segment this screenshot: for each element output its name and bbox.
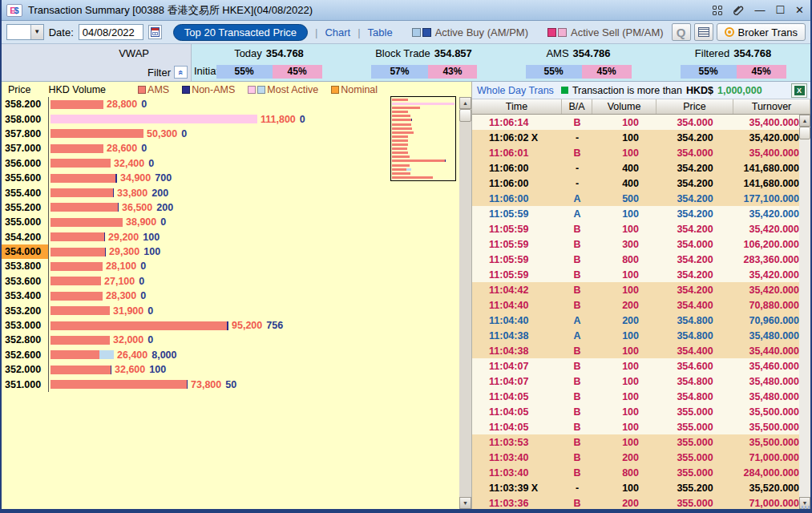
column-header-price[interactable]: Price bbox=[656, 99, 733, 114]
scrollbar-thumb[interactable] bbox=[459, 109, 471, 122]
trade-row[interactable]: 11:04:05B100355.00035,500.000 bbox=[472, 404, 810, 419]
price-row[interactable]: 354.20029,200100 bbox=[2, 230, 459, 244]
trade-volume: 100 bbox=[592, 361, 656, 372]
volume-bar bbox=[50, 159, 111, 168]
scroll-up-icon[interactable]: ▲ bbox=[799, 115, 810, 127]
price-row[interactable]: 355.20036,500200 bbox=[2, 200, 459, 215]
column-header-volume[interactable]: Volume bbox=[592, 99, 656, 114]
trade-row[interactable]: 11:05:59B800354.200283,360.000 bbox=[472, 252, 810, 267]
calendar-icon[interactable] bbox=[148, 25, 162, 39]
trade-ba: B bbox=[562, 467, 592, 479]
trade-row[interactable]: 11:04:07B100354.60035,460.000 bbox=[472, 358, 810, 374]
price-row[interactable]: 353.20031,9000 bbox=[2, 303, 459, 317]
resize-grip[interactable] bbox=[802, 506, 810, 509]
detail-view-button[interactable] bbox=[694, 23, 713, 41]
chart-scrollbar[interactable]: ▲ ▼ bbox=[459, 82, 471, 509]
trade-row[interactable]: 11:03:40B200355.00071,000.000 bbox=[472, 450, 810, 465]
trade-row[interactable]: 11:06:00A500354.200177,100.000 bbox=[472, 191, 810, 206]
extra-volume-label: 0 bbox=[140, 261, 146, 272]
trade-row[interactable]: 11:06:02 X-100354.20035,420.000 bbox=[472, 130, 810, 145]
volume-label: 32,400 bbox=[114, 158, 144, 169]
price-row[interactable]: 353.00095,200756 bbox=[2, 318, 459, 333]
trade-ba: B bbox=[562, 300, 592, 311]
price-row[interactable]: 352.80032,0000 bbox=[2, 333, 459, 347]
scrollbar-thumb[interactable] bbox=[799, 127, 810, 139]
trade-row[interactable]: 11:05:59B300354.000106,200.000 bbox=[472, 236, 810, 252]
trade-row[interactable]: 11:06:01B100354.00035,400.000 bbox=[472, 145, 810, 160]
whole-day-trans-link[interactable]: Whole Day Trans bbox=[477, 85, 554, 96]
close-button[interactable]: ✕ bbox=[795, 5, 804, 15]
mini-bar bbox=[392, 131, 454, 134]
top20-button[interactable]: Top 20 Transacted Price bbox=[173, 24, 308, 41]
trade-ba: B bbox=[562, 254, 592, 265]
maximize-button[interactable]: ☐ bbox=[775, 5, 785, 15]
trade-row[interactable]: 11:03:40B800355.000284,000.000 bbox=[472, 465, 810, 480]
price-row[interactable]: 352.00032,600100 bbox=[2, 362, 459, 377]
stock-combo[interactable]: ▼ bbox=[6, 24, 44, 40]
layout-grid-icon[interactable] bbox=[713, 6, 722, 15]
date-input[interactable]: 04/08/2022 bbox=[79, 24, 143, 40]
extra-volume-bar bbox=[227, 321, 228, 330]
price-row[interactable]: 352.60026,4008,000 bbox=[2, 348, 459, 362]
trade-row[interactable]: 11:06:00-400354.200141,680.000 bbox=[472, 160, 810, 176]
trade-ba: - bbox=[562, 483, 592, 494]
mini-bar bbox=[392, 103, 454, 105]
pin-icon[interactable] bbox=[733, 5, 744, 16]
price-row[interactable]: 355.40033,800200 bbox=[2, 185, 459, 200]
broker-trans-button[interactable]: Broker Trans bbox=[717, 23, 806, 41]
price-row[interactable]: 355.00038,9000 bbox=[2, 215, 459, 229]
chart-link[interactable]: Chart bbox=[325, 26, 350, 38]
trade-row[interactable]: 11:04:38B100354.40035,440.000 bbox=[472, 343, 810, 358]
volume-bar bbox=[50, 350, 99, 359]
sell-percent: 45% bbox=[582, 65, 632, 79]
trade-row[interactable]: 11:05:59A100354.20035,420.000 bbox=[472, 206, 810, 221]
trade-row[interactable]: 11:03:36B200355.00071,000.000 bbox=[472, 495, 810, 509]
price-row[interactable]: 354.00029,300100 bbox=[2, 244, 459, 259]
combo-dropdown-icon[interactable]: ▼ bbox=[30, 25, 43, 39]
trade-row[interactable]: 11:03:53B100355.00035,500.000 bbox=[472, 434, 810, 450]
trans-table-header: TimeB/AVolumePriceTurnover bbox=[472, 99, 810, 115]
export-excel-button[interactable]: X bbox=[791, 83, 807, 98]
volume-bar bbox=[50, 232, 104, 241]
price-cell: 357.800 bbox=[2, 127, 48, 141]
table-link[interactable]: Table bbox=[368, 26, 393, 38]
trans-scrollbar[interactable]: ▲ ▼ bbox=[799, 115, 810, 509]
extra-volume-label: 0 bbox=[141, 99, 147, 110]
vwap-group: Today354.76855%45% bbox=[192, 44, 346, 81]
trade-row[interactable]: 11:04:40A200354.80070,960.000 bbox=[472, 313, 810, 328]
column-header-ba[interactable]: B/A bbox=[562, 99, 592, 114]
column-header-turnover[interactable]: Turnover bbox=[733, 99, 810, 114]
trade-row[interactable]: 11:03:39 X-100355.20035,520.000 bbox=[472, 480, 810, 495]
price-row[interactable]: 351.00073,80050 bbox=[2, 377, 459, 391]
price-row[interactable]: 353.40028,3000 bbox=[2, 289, 459, 303]
trade-row[interactable]: 11:06:14B100354.00035,400.000 bbox=[472, 115, 810, 130]
trade-row[interactable]: 11:06:00-400354.200141,680.000 bbox=[472, 176, 810, 191]
trade-time: 11:06:00 bbox=[472, 178, 562, 189]
trade-row[interactable]: 11:04:40B200354.40070,880.000 bbox=[472, 297, 810, 313]
trade-ba: B bbox=[562, 361, 592, 372]
extra-volume-label: 0 bbox=[160, 216, 166, 228]
trade-row[interactable]: 11:04:38A100354.80035,480.000 bbox=[472, 328, 810, 343]
volume-label: 29,200 bbox=[108, 232, 139, 243]
scroll-down-icon[interactable]: ▼ bbox=[459, 497, 471, 509]
trade-row[interactable]: 11:04:05B100355.00035,500.000 bbox=[472, 419, 810, 434]
trade-row[interactable]: 11:05:59B100354.20035,420.000 bbox=[472, 267, 810, 282]
trade-row[interactable]: 11:04:05B100354.80035,480.000 bbox=[472, 389, 810, 404]
mini-bar bbox=[392, 143, 454, 146]
filter-collapse-button[interactable]: « bbox=[174, 66, 188, 79]
extra-volume-label: 100 bbox=[143, 232, 160, 243]
price-row[interactable]: 353.60027,1000 bbox=[2, 274, 459, 289]
trade-row[interactable]: 11:04:42B100354.20035,420.000 bbox=[472, 282, 810, 297]
trade-volume: 800 bbox=[592, 254, 656, 265]
column-header-time[interactable]: Time bbox=[472, 99, 562, 114]
trade-turnover: 35,520.000 bbox=[733, 483, 799, 494]
trade-row[interactable]: 11:05:59B100354.20035,420.000 bbox=[472, 221, 810, 236]
zoom-button[interactable]: Q bbox=[672, 23, 691, 41]
price-row[interactable]: 353.80028,1000 bbox=[2, 259, 459, 273]
vwap-group: Filtered354.76855%45% bbox=[656, 44, 810, 81]
buy-percent: 55% bbox=[526, 65, 582, 79]
minimize-button[interactable]: — bbox=[754, 5, 765, 15]
app-icon: E$ bbox=[6, 4, 22, 17]
scroll-up-icon[interactable]: ▲ bbox=[459, 97, 471, 109]
trade-row[interactable]: 11:04:07B100354.80035,480.000 bbox=[472, 374, 810, 389]
